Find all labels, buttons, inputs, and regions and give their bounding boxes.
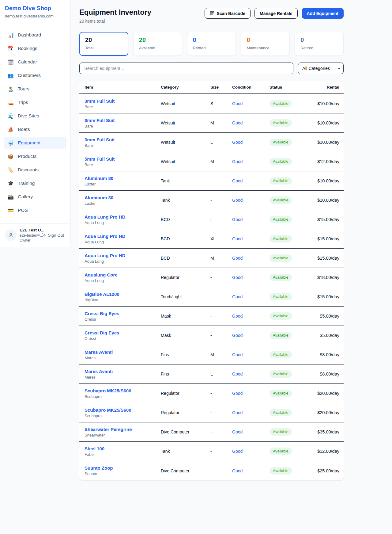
table-row[interactable]: Aluminum 80 Luxfer Tank - Good Available… (79, 191, 344, 210)
size-cell: - (210, 410, 232, 415)
item-name-link[interactable]: Aqua Lung Pro HD (85, 214, 161, 219)
sidebar-nav: 📊 Dashboard 📅 Bookings 🗓️ Calendar (0, 23, 70, 221)
item-name-link[interactable]: Suunto Zoop (85, 465, 161, 471)
add-equipment-button[interactable]: Add Equipment (302, 8, 344, 19)
item-name-link[interactable]: Aqua Lung Pro HD (85, 234, 161, 239)
item-name-link[interactable]: 3mm Full Suit (85, 98, 161, 104)
scan-barcode-button[interactable]: Scan Barcode (205, 8, 251, 19)
table-row[interactable]: Suunto Zoop Suunto Dive Computer - Good … (79, 461, 344, 480)
stat-card[interactable]: 0 Rented (187, 32, 236, 56)
manage-rentals-button[interactable]: Manage Rentals (254, 8, 298, 19)
category-cell: Wetsuit (161, 120, 210, 125)
nav-item[interactable]: 🏝️ Tours (4, 83, 66, 95)
rental-cell: $10.00/day (314, 178, 339, 183)
category-select-wrap: All Categories (298, 63, 344, 74)
nav-item[interactable]: 🚤 Trips (4, 96, 66, 109)
rental-cell: $15.00/day (314, 236, 339, 241)
table-row[interactable]: Scubapro MK25/S600 Scubapro Regulator - … (79, 403, 344, 422)
nav-item[interactable]: ⛵ Boats (4, 123, 66, 135)
category-select[interactable]: All Categories (298, 63, 344, 74)
table-row[interactable]: 3mm Full Suit Bare Wetsuit M Good Availa… (79, 113, 344, 133)
filters-row: All Categories (79, 63, 344, 74)
nav-item[interactable]: 💳 POS (4, 204, 66, 216)
condition-cell: Good (232, 294, 270, 299)
category-cell: Mask (161, 314, 210, 318)
column-header: Condition (232, 85, 270, 90)
table-row[interactable]: Aluminum 80 Luxfer Tank - Good Available… (79, 171, 344, 191)
table-row[interactable]: 3mm Full Suit Bare Wetsuit S Good Availa… (79, 94, 344, 113)
nav-item[interactable]: 🌊 Dive Sites (4, 110, 66, 122)
sign-out-button[interactable]: Sign Out (40, 233, 66, 238)
item-name-link[interactable]: 3mm Full Suit (85, 118, 161, 123)
condition-cell: Good (232, 391, 270, 396)
item-name-link[interactable]: 5mm Full Suit (85, 156, 161, 162)
size-cell: - (210, 333, 232, 338)
item-name-link[interactable]: Steel 100 (85, 446, 161, 451)
category-cell: Fins (161, 352, 210, 357)
item-name-link[interactable]: Aqualung Core (85, 272, 161, 277)
user-name: E2E Test U... (20, 228, 36, 232)
size-cell: M (210, 120, 232, 125)
stat-card[interactable]: 0 Retired (295, 32, 344, 56)
nav-item[interactable]: 📊 Dashboard (4, 29, 66, 41)
category-cell: Tank (161, 449, 210, 454)
search-input[interactable] (79, 63, 293, 74)
item-brand: Faber (85, 452, 161, 457)
stat-value: 0 (300, 36, 338, 44)
item-name-link[interactable]: Shearwater Peregrine (85, 427, 161, 432)
nav-item[interactable]: 🏷️ Discounts (4, 164, 66, 176)
stat-card[interactable]: 0 Maintenance (241, 32, 290, 56)
table-row[interactable]: Cressi Big Eyes Cressi Mask - Good Avail… (79, 326, 344, 345)
table-row[interactable]: Aqualung Core Aqua Lung Regulator - Good… (79, 268, 344, 287)
item-name-link[interactable]: Aluminum 80 (85, 176, 161, 181)
nav-item[interactable]: 📸 Gallery (4, 191, 66, 203)
table-row[interactable]: Cressi Big Eyes Cressi Mask - Good Avail… (79, 307, 344, 326)
size-cell: L (210, 372, 232, 376)
condition-cell: Good (232, 333, 270, 338)
item-brand: Cressi (85, 336, 161, 341)
stat-card[interactable]: 20 Total (79, 32, 128, 56)
item-name-link[interactable]: Aluminum 80 (85, 195, 161, 200)
table-row[interactable]: Aqua Lung Pro HD Aqua Lung BCD XL Good A… (79, 229, 344, 249)
item-name-link[interactable]: Scubapro MK25/S600 (85, 407, 161, 413)
nav-item[interactable]: 👥 Customers (4, 69, 66, 82)
table-row[interactable]: 5mm Full Suit Bare Wetsuit M Good Availa… (79, 152, 344, 171)
nav-item[interactable]: 🎓 Training (4, 177, 66, 189)
nav-item[interactable]: 📅 Bookings (4, 42, 66, 55)
nav-item[interactable]: 📦 Products (4, 150, 66, 162)
nav-label: Discounts (18, 167, 39, 173)
table-row[interactable]: Aqua Lung Pro HD Aqua Lung BCD M Good Av… (79, 249, 344, 268)
item-name-link[interactable]: Aqua Lung Pro HD (85, 253, 161, 258)
item-name-link[interactable]: Cressi Big Eyes (85, 311, 161, 316)
stat-card[interactable]: 20 Available (133, 32, 182, 56)
item-name-link[interactable]: Scubapro MK25/S600 (85, 388, 161, 393)
item-name-link[interactable]: 3mm Full Suit (85, 137, 161, 142)
nav-item[interactable]: 🤿 Equipment (4, 137, 66, 149)
item-brand: Bare (85, 143, 161, 148)
item-cell: Aqua Lung Pro HD Aqua Lung (85, 234, 161, 244)
table-row[interactable]: Mares Avanti Mares Fins L Good Available… (79, 364, 344, 384)
table-row[interactable]: BigBlue AL1200 BigBlue Torch/Light - Goo… (79, 287, 344, 307)
status-cell: Available (270, 448, 314, 455)
table-row[interactable]: Aqua Lung Pro HD Aqua Lung BCD L Good Av… (79, 210, 344, 229)
item-name-link[interactable]: Mares Avanti (85, 349, 161, 355)
table-row[interactable]: Scubapro MK25/S600 Scubapro Regulator - … (79, 384, 344, 403)
status-cell: Available (270, 428, 314, 436)
table-row[interactable]: Steel 100 Faber Tank - Good Available $1… (79, 442, 344, 461)
table-row[interactable]: Mares Avanti Mares Fins M Good Available… (79, 345, 344, 364)
item-cell: Shearwater Peregrine Shearwater (85, 427, 161, 437)
item-brand: Suunto (85, 471, 161, 476)
status-badge: Available (270, 235, 292, 242)
table-row[interactable]: 3mm Full Suit Bare Wetsuit L Good Availa… (79, 133, 344, 152)
stat-label: Retired (300, 46, 338, 50)
status-cell: Available (270, 332, 314, 339)
table-row[interactable]: Shearwater Peregrine Shearwater Dive Com… (79, 422, 344, 442)
item-name-link[interactable]: Cressi Big Eyes (85, 330, 161, 335)
item-brand: Bare (85, 105, 161, 109)
item-name-link[interactable]: Mares Avanti (85, 369, 161, 374)
item-name-link[interactable]: BigBlue AL1200 (85, 292, 161, 297)
item-brand: Aqua Lung (85, 259, 161, 264)
item-brand: BigBlue (85, 298, 161, 302)
nav-item[interactable]: 🗓️ Calendar (4, 56, 66, 68)
category-cell: BCD (161, 256, 210, 261)
